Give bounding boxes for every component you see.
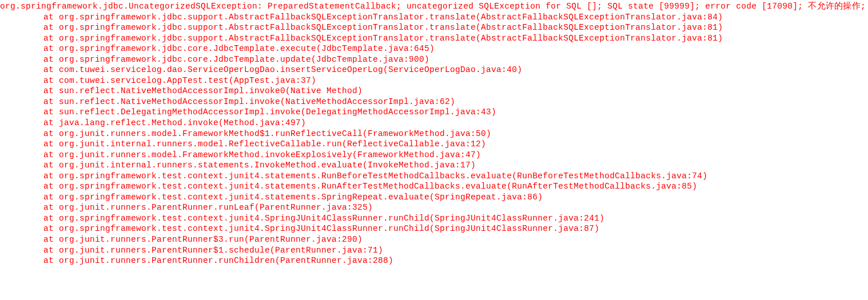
stack-frame: at org.junit.runners.model.FrameworkMeth…: [0, 150, 868, 161]
stack-frame: at org.junit.runners.model.FrameworkMeth…: [0, 129, 868, 139]
exception-header: org.springframework.jdbc.UncategorizedSQ…: [0, 1, 868, 12]
stacktrace-container: org.springframework.jdbc.UncategorizedSQ…: [0, 0, 868, 266]
stack-frame: at sun.reflect.NativeMethodAccessorImpl.…: [0, 86, 868, 97]
stack-frame: at org.springframework.test.context.juni…: [0, 223, 868, 234]
stack-frame: at org.springframework.jdbc.core.JdbcTem…: [0, 54, 868, 65]
stack-frame: at org.springframework.test.context.juni…: [0, 171, 868, 182]
stack-frame: at org.springframework.jdbc.support.Abst…: [0, 33, 868, 44]
stack-frame: at org.junit.runners.ParentRunner$1.sche…: [0, 245, 868, 256]
stack-frame: at org.junit.internal.runners.model.Refl…: [0, 139, 868, 150]
stack-frame: at org.springframework.jdbc.support.Abst…: [0, 12, 868, 23]
stack-frame: at org.junit.runners.ParentRunner.runChi…: [0, 255, 868, 266]
stack-frame: at org.springframework.test.context.juni…: [0, 192, 868, 203]
stack-frame: at java.lang.reflect.Method.invoke(Metho…: [0, 118, 868, 129]
stack-frame: at com.tuwei.servicelog.dao.ServiceOperL…: [0, 65, 868, 75]
stack-frame: at sun.reflect.NativeMethodAccessorImpl.…: [0, 97, 868, 107]
stack-frame: at org.springframework.test.context.juni…: [0, 181, 868, 192]
stack-frame: at org.springframework.test.context.juni…: [0, 213, 868, 224]
stack-frame: at org.junit.runners.ParentRunner.runLea…: [0, 202, 868, 213]
stack-frame: at org.springframework.jdbc.support.Abst…: [0, 22, 868, 33]
stack-frame: at org.junit.runners.ParentRunner$3.run(…: [0, 234, 868, 245]
stack-frame: at org.junit.internal.runners.statements…: [0, 160, 868, 171]
stack-frame: at org.springframework.jdbc.core.JdbcTem…: [0, 43, 868, 54]
stack-frame: at com.tuwei.servicelog.AppTest.test(App…: [0, 75, 868, 86]
stack-frame: at sun.reflect.DelegatingMethodAccessorI…: [0, 107, 868, 118]
